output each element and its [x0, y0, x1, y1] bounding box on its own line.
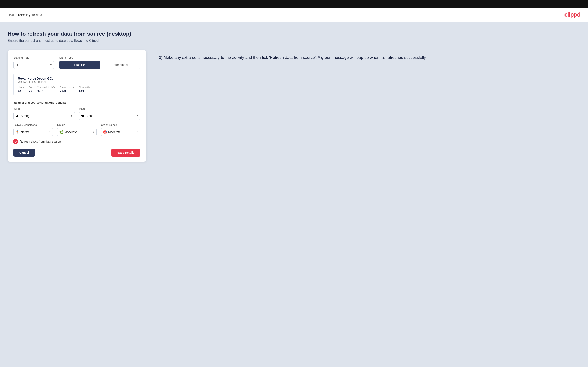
green-speed-label: Green Speed	[101, 123, 140, 126]
practice-button[interactable]: Practice	[59, 61, 100, 69]
fairway-select[interactable]: Normal Soft Hard	[13, 128, 53, 136]
header-title: How to refresh your data	[8, 13, 42, 17]
rough-group: Rough 🌿 Moderate Light Heavy ▾	[57, 123, 97, 136]
footer: Copyright Clippd 2022	[0, 364, 588, 367]
main-content: How to refresh your data from source (de…	[0, 22, 588, 364]
fairway-group: Fairway Conditions 🏌 Normal Soft Hard ▾	[13, 123, 53, 136]
save-details-button[interactable]: Save Details	[112, 149, 141, 157]
holes-value: 18	[18, 89, 24, 92]
side-text: 3) Make any extra edits necessary to the…	[159, 50, 580, 60]
yards-value: 6,744	[37, 89, 55, 92]
top-bar	[0, 0, 588, 8]
starting-hole-label: Starting Hole	[13, 56, 54, 59]
rain-select[interactable]: None Light Heavy	[79, 112, 140, 120]
conditions-title: Weather and course conditions (optional)	[13, 101, 140, 104]
rough-label: Rough	[57, 123, 97, 126]
game-type-buttons: Practice Tournament	[59, 61, 140, 69]
course-stat-slope-rating: Slope rating 134	[79, 86, 91, 92]
buttons-row: Cancel Save Details	[13, 149, 140, 157]
wind-select[interactable]: Strong Light None	[13, 112, 75, 120]
starting-hole-select[interactable]: 1	[13, 61, 54, 69]
refresh-checkbox-row: Refresh shots from data source	[13, 139, 140, 144]
rough-select[interactable]: Moderate Light Heavy	[57, 128, 97, 136]
header: How to refresh your data clippd	[0, 8, 588, 22]
par-value: 72	[29, 89, 32, 92]
course-stat-yards: Yards/White (M)) 6,744	[37, 86, 55, 92]
starting-hole-group: Starting Hole 1 ▾	[13, 56, 54, 69]
green-speed-select[interactable]: Moderate Slow Fast	[101, 128, 140, 136]
course-stat-holes: Holes 18	[18, 86, 24, 92]
course-stat-par: Par 72	[29, 86, 32, 92]
tournament-button[interactable]: Tournament	[100, 61, 140, 69]
wind-label: Wind	[13, 107, 75, 110]
course-name: Royal North Devon GC,	[18, 77, 136, 80]
green-speed-group: Green Speed 🎯 Moderate Slow Fast ▾	[101, 123, 140, 136]
wind-rain-row: Wind 🌬 Strong Light None ▾ Rain 🌦	[13, 107, 140, 120]
wind-group: Wind 🌬 Strong Light None ▾	[13, 107, 75, 120]
game-type-group: Game Type Practice Tournament	[59, 56, 140, 69]
slope-rating-label: Slope rating	[79, 86, 91, 88]
rain-group: Rain 🌦 None Light Heavy ▾	[79, 107, 140, 120]
course-stats: Holes 18 Par 72 Yards/White (M)) 6,744 C…	[18, 86, 136, 92]
logo: clippd	[564, 11, 580, 18]
yards-label: Yards/White (M))	[37, 86, 55, 88]
course-rating-value: 72.5	[60, 89, 74, 92]
holes-label: Holes	[18, 86, 24, 88]
course-location: Westward Ho!, England	[18, 80, 136, 83]
game-type-label: Game Type	[59, 56, 140, 59]
side-text-content: 3) Make any extra edits necessary to the…	[159, 54, 580, 60]
course-info-block: Royal North Devon GC, Westward Ho!, Engl…	[13, 73, 140, 96]
rain-label: Rain	[79, 107, 140, 110]
fairway-rough-green-row: Fairway Conditions 🏌 Normal Soft Hard ▾ …	[13, 123, 140, 136]
form-panel: Starting Hole 1 ▾ Game Type Practice Tou…	[8, 50, 146, 162]
fairway-label: Fairway Conditions	[13, 123, 53, 126]
cancel-button[interactable]: Cancel	[13, 149, 35, 157]
page-subheading: Ensure the correct and most up to date d…	[8, 39, 580, 43]
par-label: Par	[29, 86, 32, 88]
course-rating-label: Course rating	[60, 86, 74, 88]
refresh-label: Refresh shots from data source	[20, 140, 61, 143]
course-stat-course-rating: Course rating 72.5	[60, 86, 74, 92]
refresh-checkbox[interactable]	[13, 139, 18, 144]
slope-rating-value: 134	[79, 89, 91, 92]
page-heading: How to refresh your data from source (de…	[8, 31, 580, 37]
